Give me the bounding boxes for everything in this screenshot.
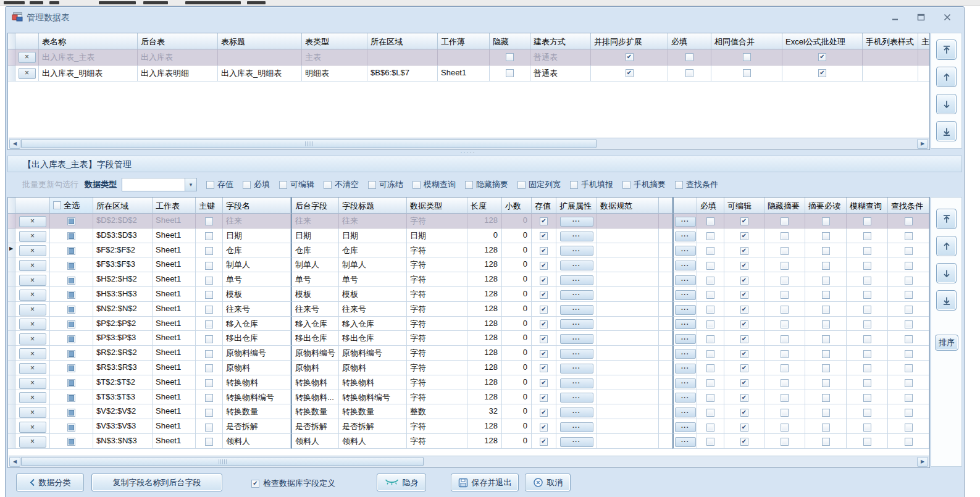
ext-props-button[interactable]: ···	[560, 393, 593, 403]
fuzzy-checkbox[interactable]	[863, 379, 871, 387]
ext-props-button[interactable]: ···	[560, 422, 593, 432]
check-db-fields-checkbox[interactable]: 检查数据库字段定义	[251, 478, 335, 489]
store-checkbox[interactable]	[540, 247, 548, 255]
pk-checkbox[interactable]	[205, 424, 213, 432]
pk-checkbox[interactable]	[205, 277, 213, 285]
delete-row-button[interactable]: ×	[19, 422, 46, 433]
move-down-button[interactable]	[936, 263, 957, 283]
more-button[interactable]: ···	[675, 319, 696, 329]
delete-row-button[interactable]: ×	[19, 216, 46, 227]
req-checkbox[interactable]	[706, 217, 714, 225]
top-required-checkbox[interactable]	[685, 69, 693, 77]
more-button[interactable]: ···	[675, 246, 696, 256]
pk-checkbox[interactable]	[205, 291, 213, 299]
fuzzy-checkbox[interactable]	[863, 335, 871, 343]
ext-props-button[interactable]: ···	[560, 349, 593, 359]
ext-props-button[interactable]: ···	[560, 261, 593, 270]
scroll-right-icon[interactable]: ▶	[917, 457, 928, 467]
edit-checkbox[interactable]	[740, 247, 748, 255]
hide-checkbox[interactable]	[781, 364, 789, 372]
edit-checkbox[interactable]	[740, 217, 748, 225]
top-grid-row[interactable]: ×出入库表_明细表出入库表明细出入库表_明细表明细表$B$6:$L$7Sheet…	[8, 65, 929, 81]
top-column-header[interactable]: 表名称	[39, 33, 138, 49]
top-excel-checkbox[interactable]	[818, 69, 826, 77]
toolbar-option[interactable]: 必填	[243, 179, 270, 190]
field-column-header[interactable]: 摘要必读	[805, 198, 847, 214]
more-button[interactable]: ···	[675, 305, 696, 315]
scroll-thumb[interactable]	[21, 457, 424, 466]
toolbar-option[interactable]: 可冻结	[368, 179, 403, 190]
table-row[interactable]: ×$H$2:$H$2Sheet1单号单号单号字符1280······	[8, 272, 929, 287]
row-select-checkbox[interactable]	[67, 262, 75, 270]
top-grid-row[interactable]: ×出入库表_主表出入库表主表普通表	[8, 49, 929, 65]
field-column-header[interactable]: 数据类型	[407, 198, 467, 214]
req-checkbox[interactable]	[706, 247, 714, 255]
top-column-header[interactable]: 建表方式	[530, 33, 591, 49]
edit-checkbox[interactable]	[740, 232, 748, 240]
top-grid-hscrollbar[interactable]: ◀ ▶	[9, 138, 929, 149]
toolbar-option-checkbox[interactable]	[243, 181, 251, 189]
table-row[interactable]: ×$P$3:$P$3Sheet1移出仓库移出仓库移出仓库字符1280······	[8, 331, 929, 346]
delete-row-button[interactable]: ×	[19, 319, 46, 330]
edit-checkbox[interactable]	[740, 364, 748, 372]
hide-checkbox[interactable]	[781, 379, 789, 387]
splitter[interactable]: ·····	[7, 149, 929, 155]
delete-row-button[interactable]: ×	[19, 275, 46, 286]
chevron-down-icon[interactable]: ▾	[185, 178, 196, 191]
edit-checkbox[interactable]	[740, 320, 748, 328]
more-button[interactable]: ···	[675, 261, 696, 270]
req-checkbox[interactable]	[706, 438, 714, 446]
fuzzy-checkbox[interactable]	[863, 320, 871, 328]
table-row[interactable]: ×$R$2:$R$2Sheet1原物料编号原物料编号原物料编号字符1280···…	[8, 346, 929, 361]
store-checkbox[interactable]	[540, 335, 548, 343]
toolbar-option-checkbox[interactable]	[570, 181, 578, 189]
find-checkbox[interactable]	[905, 232, 913, 240]
hide-checkbox[interactable]	[781, 291, 789, 299]
move-up-button[interactable]	[936, 67, 957, 87]
find-checkbox[interactable]	[905, 409, 913, 417]
top-hidden-checkbox[interactable]	[506, 69, 514, 77]
pk-checkbox[interactable]	[205, 364, 213, 372]
ext-props-button[interactable]: ···	[560, 319, 593, 329]
ext-props-button[interactable]: ···	[560, 232, 593, 241]
table-row[interactable]: ×$D$3:$D$3Sheet1日期日期日期日期00······	[8, 228, 929, 243]
cancel-button[interactable]: 取消	[525, 474, 571, 491]
toolbar-option[interactable]: 隐藏摘要	[465, 179, 508, 190]
edit-checkbox[interactable]	[740, 438, 748, 446]
req-checkbox[interactable]	[706, 335, 714, 343]
read-checkbox[interactable]	[822, 409, 830, 417]
dialog-titlebar[interactable]: 管理数据表	[6, 7, 964, 30]
find-checkbox[interactable]	[905, 306, 913, 314]
store-checkbox[interactable]	[540, 262, 548, 270]
table-row[interactable]: ×$N$3:$N$3Sheet1领料人领料人领料人字符1280······	[8, 434, 929, 449]
field-column-header[interactable]: 扩展属性	[556, 198, 597, 214]
store-checkbox[interactable]	[540, 379, 548, 387]
more-button[interactable]: ···	[675, 437, 696, 447]
pk-checkbox[interactable]	[205, 409, 213, 417]
fuzzy-checkbox[interactable]	[863, 350, 871, 358]
find-checkbox[interactable]	[905, 364, 913, 372]
pk-checkbox[interactable]	[205, 379, 213, 387]
table-row[interactable]: ×$T$3:$T$3Sheet1转换物料编号转换物料...转换物料编号字符128…	[8, 390, 929, 405]
ext-props-button[interactable]: ···	[560, 407, 593, 417]
store-checkbox[interactable]	[540, 306, 548, 314]
top-column-header[interactable]: 工作薄	[438, 33, 490, 49]
scroll-left-icon[interactable]: ◀	[9, 457, 20, 467]
pk-checkbox[interactable]	[205, 262, 213, 270]
delete-row-button[interactable]: ×	[19, 245, 46, 256]
delete-row-button[interactable]: ×	[19, 407, 46, 418]
hide-checkbox[interactable]	[781, 335, 789, 343]
find-checkbox[interactable]	[905, 262, 913, 270]
table-row[interactable]: ×$F$2:$F$2Sheet1仓库仓库仓库字符1280······	[8, 243, 929, 258]
pk-checkbox[interactable]	[205, 394, 213, 402]
store-checkbox[interactable]	[540, 277, 548, 285]
more-button[interactable]: ···	[675, 275, 696, 285]
top-merge-checkbox[interactable]	[743, 69, 751, 77]
checkbox-icon[interactable]	[251, 480, 259, 488]
toolbar-option[interactable]: 固定列宽	[517, 179, 561, 190]
pk-checkbox[interactable]	[205, 232, 213, 240]
hide-checkbox[interactable]	[781, 424, 789, 432]
row-select-checkbox[interactable]	[67, 438, 75, 446]
fuzzy-checkbox[interactable]	[863, 364, 871, 372]
toolbar-option[interactable]: 不清空	[324, 179, 359, 190]
